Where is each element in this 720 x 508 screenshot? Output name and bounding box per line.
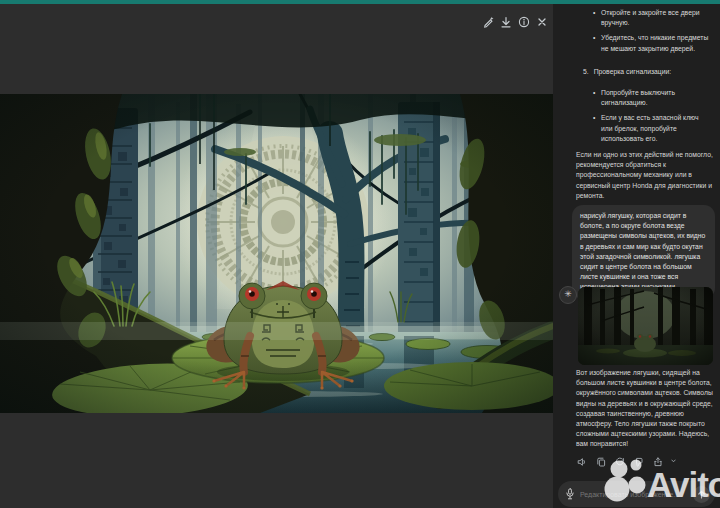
generated-image-full bbox=[0, 94, 553, 413]
list-item: Если у вас есть запасной ключ или брелок… bbox=[593, 113, 712, 144]
send-button[interactable] bbox=[693, 486, 710, 503]
list-item: Убедитесь, что никакие предметы не мешаю… bbox=[593, 33, 712, 53]
copy-icon[interactable] bbox=[595, 456, 606, 467]
checklist-bullets-b: Попробуйте выключить сигнализацию. Если … bbox=[593, 88, 712, 149]
assistant-avatar: ✳ bbox=[559, 286, 577, 304]
assistant-message-footer: Если ни одно из этих действий не помогло… bbox=[576, 150, 714, 201]
share-icon[interactable] bbox=[652, 456, 663, 467]
message-actions bbox=[576, 456, 676, 467]
message-composer bbox=[558, 481, 715, 507]
checklist-step-5: 5. Проверка сигнализации: bbox=[583, 67, 713, 77]
thumbs-down-icon[interactable] bbox=[633, 456, 644, 467]
assistant-logo-icon: ✳ bbox=[564, 288, 572, 302]
app-window: Откройте и закройте все двери вручную. У… bbox=[0, 0, 720, 508]
mic-icon[interactable] bbox=[565, 488, 575, 500]
edit-icon[interactable] bbox=[480, 14, 496, 30]
generated-image-thumbnail[interactable] bbox=[578, 287, 713, 365]
close-icon[interactable] bbox=[534, 14, 550, 30]
info-icon[interactable] bbox=[516, 14, 532, 30]
chevron-down-icon[interactable] bbox=[671, 456, 676, 466]
chat-input[interactable] bbox=[575, 491, 693, 498]
viewer-toolbar bbox=[480, 14, 550, 30]
checklist-bullets-a: Откройте и закройте все двери вручную. У… bbox=[593, 8, 712, 59]
list-item: Откройте и закройте все двери вручную. bbox=[593, 8, 712, 28]
step-title: Проверка сигнализации: bbox=[594, 67, 672, 77]
chat-sidebar: Откройте и закройте все двери вручную. У… bbox=[553, 4, 720, 508]
assistant-reply-text: Вот изображение лягушки, сидящей на боль… bbox=[576, 368, 716, 450]
list-item: Попробуйте выключить сигнализацию. bbox=[593, 88, 712, 108]
image-viewer-panel bbox=[0, 4, 553, 508]
download-icon[interactable] bbox=[498, 14, 514, 30]
read-aloud-icon[interactable] bbox=[576, 456, 587, 467]
step-number: 5. bbox=[583, 67, 589, 77]
user-message-bubble: нарисуй лягушку, которая сидит в болоте,… bbox=[572, 205, 715, 299]
regenerate-icon[interactable] bbox=[614, 456, 625, 467]
user-message-text: нарисуй лягушку, которая сидит в болоте,… bbox=[580, 212, 705, 290]
